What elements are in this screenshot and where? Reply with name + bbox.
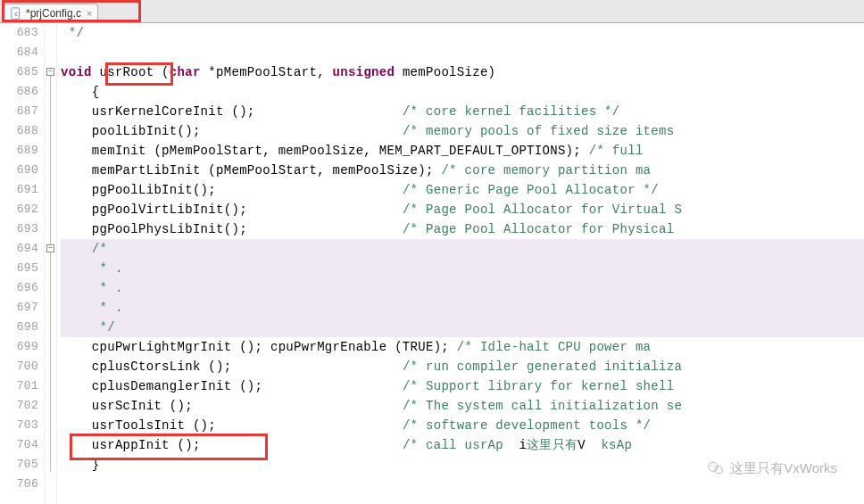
code-line[interactable]: void usrRoot (char *pMemPoolStart, unsig… xyxy=(61,62,864,82)
code-token: cplusCtorsLink (); xyxy=(61,359,403,374)
code-line[interactable]: * . xyxy=(61,298,864,318)
comment-token: /* software development tools */ xyxy=(403,418,651,433)
line-number: 687 xyxy=(0,102,38,121)
code-token: memInit (pMemPoolStart, memPoolSize, MEM… xyxy=(61,144,589,158)
code-token: pgPoolPhysLibInit(); xyxy=(61,222,403,236)
svg-text:c: c xyxy=(14,11,18,17)
comment-token: /* Idle-halt CPU power ma xyxy=(457,340,652,354)
line-number: 706 xyxy=(0,475,38,494)
line-number: 697 xyxy=(0,298,38,318)
line-number: 705 xyxy=(0,455,38,475)
line-number: 689 xyxy=(0,141,38,161)
tab-bar: c *prjConfig.c × xyxy=(0,0,864,23)
fold-strip: −− xyxy=(45,23,57,504)
line-number: 703 xyxy=(0,416,38,435)
comment-token: /* run compiler generated initializa xyxy=(403,359,682,374)
comment-token: */ xyxy=(61,320,115,335)
keyword-token: char xyxy=(170,65,201,79)
code-token: pgPoolLibInit(); xyxy=(61,183,403,197)
line-number: 686 xyxy=(0,82,38,102)
comment-token: /* Support library for kernel shell xyxy=(403,379,682,393)
code-line[interactable]: { xyxy=(61,82,864,102)
code-token: usrScInit (); xyxy=(61,399,403,413)
code-line[interactable] xyxy=(61,475,864,494)
code-line[interactable]: pgPoolPhysLibInit(); /* Page Pool Alloca… xyxy=(61,219,864,239)
close-icon[interactable]: × xyxy=(87,8,92,19)
line-number: 683 xyxy=(0,23,38,43)
line-number: 684 xyxy=(0,43,38,62)
code-line[interactable]: * . xyxy=(61,259,864,278)
line-number-gutter: 6836846856866876886896906916926936946956… xyxy=(0,23,45,504)
line-number: 693 xyxy=(0,219,38,239)
line-number: 700 xyxy=(0,357,38,376)
line-number: 691 xyxy=(0,180,38,200)
code-token: cpuPwrLightMgrInit (); cpuPwrMgrEnable (… xyxy=(61,340,457,354)
fold-toggle-icon[interactable]: − xyxy=(46,244,54,252)
code-token: { xyxy=(61,85,100,99)
code-token: poolLibInit(); xyxy=(61,124,403,138)
code-token: pgPoolVirtLibInit(); xyxy=(61,202,403,217)
code-line[interactable]: cplusDemanglerInit (); /* Support librar… xyxy=(61,376,864,396)
code-line[interactable]: */ xyxy=(61,318,864,337)
code-token: usrAppInit (); xyxy=(61,438,403,452)
code-line[interactable]: pgPoolLibInit(); /* Generic Page Pool Al… xyxy=(61,180,864,200)
code-token: } xyxy=(61,458,100,472)
editor-tab[interactable]: c *prjConfig.c × xyxy=(4,4,98,22)
c-file-icon: c xyxy=(10,7,22,20)
fold-toggle-icon[interactable]: − xyxy=(46,68,54,76)
code-line[interactable]: * . xyxy=(61,278,864,298)
code-token: usrKernelCoreInit (); xyxy=(61,104,403,119)
line-number: 695 xyxy=(0,259,38,278)
code-line[interactable]: memInit (pMemPoolStart, memPoolSize, MEM… xyxy=(61,141,864,161)
comment-token: /* call usrAp xyxy=(403,438,503,452)
code-line[interactable]: cpuPwrLightMgrInit (); cpuPwrMgrEnable (… xyxy=(61,337,864,357)
line-number: 699 xyxy=(0,337,38,357)
comment-token: */ xyxy=(61,26,84,40)
code-line[interactable]: usrScInit (); /* The system call initial… xyxy=(61,396,864,416)
code-token: cplusDemanglerInit (); xyxy=(61,379,403,393)
comment-token: * . xyxy=(61,281,123,295)
code-line[interactable]: cplusCtorsLink (); /* run compiler gener… xyxy=(61,357,864,376)
comment-token: /* core kernel facilities */ xyxy=(403,104,620,119)
code-token: memPoolSize) xyxy=(395,65,495,79)
code-token: memPartLibInit (pMemPoolStart, memPoolSi… xyxy=(61,163,441,178)
code-token: usrToolsInit (); xyxy=(61,418,403,433)
comment-token: /* Page Pool Allocator for Virtual S xyxy=(403,202,682,217)
code-token xyxy=(586,438,601,452)
fold-guide xyxy=(50,76,51,472)
code-line[interactable]: usrAppInit (); /* call usrAp i这里只有V ksAp xyxy=(61,435,864,455)
tab-filename: *prjConfig.c xyxy=(26,7,81,20)
comment-token: ksAp xyxy=(601,438,632,452)
comment-token: /* Generic Page Pool Allocator */ xyxy=(403,183,659,197)
line-number: 690 xyxy=(0,161,38,180)
code-line[interactable]: /* xyxy=(61,239,864,259)
code-line[interactable]: pgPoolVirtLibInit(); /* Page Pool Alloca… xyxy=(61,200,864,219)
comment-token: /* memory pools of fixed size items xyxy=(403,124,675,138)
code-line[interactable]: poolLibInit(); /* memory pools of fixed … xyxy=(61,121,864,141)
line-number: 702 xyxy=(0,396,38,416)
line-number: 688 xyxy=(0,121,38,141)
code-editor[interactable]: 6836846856866876886896906916926936946956… xyxy=(0,23,864,504)
code-token: i xyxy=(503,438,527,452)
code-area[interactable]: */void usrRoot (char *pMemPoolStart, uns… xyxy=(57,23,864,504)
comment-token: /* full xyxy=(589,144,644,158)
comment-token: /* core memory partition ma xyxy=(441,163,651,178)
line-number: 685 xyxy=(0,62,38,82)
code-line[interactable] xyxy=(61,43,864,62)
code-line[interactable]: memPartLibInit (pMemPoolStart, memPoolSi… xyxy=(61,161,864,180)
line-number: 696 xyxy=(0,278,38,298)
code-line[interactable]: usrKernelCoreInit (); /* core kernel fac… xyxy=(61,102,864,121)
comment-token: * . xyxy=(61,301,123,315)
comment-token: 这里只有 xyxy=(527,438,577,452)
comment-token: /* Page Pool Allocator for Physical xyxy=(403,222,682,236)
line-number: 692 xyxy=(0,200,38,219)
code-line[interactable]: usrToolsInit (); /* software development… xyxy=(61,416,864,435)
code-token: V xyxy=(577,438,586,452)
keyword-token: unsigned xyxy=(333,65,395,79)
keyword-token: void xyxy=(61,65,92,79)
code-token: usrRoot ( xyxy=(92,65,170,79)
code-line[interactable]: */ xyxy=(61,23,864,43)
code-token: *pMemPoolStart, xyxy=(201,65,333,79)
line-number: 704 xyxy=(0,435,38,455)
code-line[interactable]: } xyxy=(61,455,864,475)
